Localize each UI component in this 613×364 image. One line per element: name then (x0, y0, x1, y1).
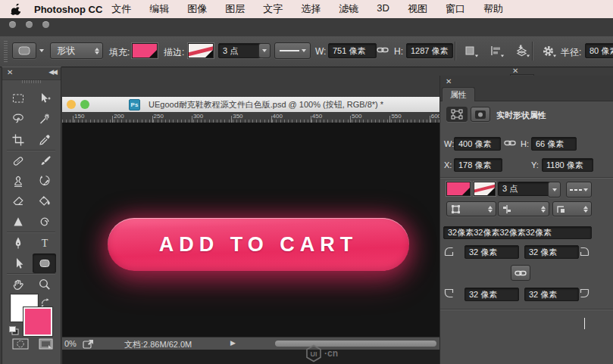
app-menu-photoshop[interactable]: Photoshop CC (34, 4, 102, 15)
eyedropper-tool[interactable] (33, 130, 56, 150)
properties-close-icon[interactable]: ✕ (446, 77, 452, 86)
horizontal-scrollbar[interactable] (275, 341, 436, 347)
menu-item-2[interactable]: 编辑 (140, 2, 178, 16)
tools-panel-close-icon[interactable]: ✕ (7, 68, 13, 76)
doc-minimize-button[interactable] (67, 100, 76, 109)
prop-stroke-type-dropdown[interactable] (566, 182, 592, 198)
stroke-color-swatch[interactable] (188, 43, 214, 58)
horizontal-ruler[interactable]: 150200250300350400450500550600 (62, 112, 439, 123)
menu-item-6[interactable]: 选择 (292, 2, 330, 16)
swatch-corner-icon (487, 188, 495, 195)
apple-menu-icon[interactable] (11, 4, 20, 15)
stroke-corners-dropdown[interactable] (552, 201, 592, 216)
radius-field[interactable]: 80 像素 (585, 43, 613, 58)
paint-bucket-tool[interactable] (33, 191, 56, 211)
background-color-swatch[interactable] (23, 307, 52, 336)
menu-item-3[interactable]: 图像 (178, 2, 216, 16)
stroke-align-dropdown[interactable] (446, 201, 496, 216)
smudge-tool[interactable] (33, 212, 56, 232)
path-operations-button[interactable] (460, 43, 480, 58)
ruler-number: 450 (312, 113, 322, 120)
tool-preset-button[interactable] (12, 42, 36, 59)
zoom-percent-field[interactable]: 0% (64, 339, 77, 348)
eraser-tool[interactable] (6, 191, 30, 211)
radius-summary-field[interactable]: 32像素32像素32像素32像素 (443, 226, 592, 239)
pen-tool[interactable] (6, 233, 30, 253)
prop-fill-swatch[interactable] (446, 182, 471, 196)
prop-y-field[interactable]: 1180 像素 (542, 158, 593, 172)
path-arrangement-button[interactable] (511, 43, 531, 58)
window-minimize-button[interactable] (26, 21, 33, 28)
stroke-width-field[interactable]: 3 点 (218, 43, 264, 58)
tools-panel-collapse-icon[interactable]: ◀◀ (48, 68, 56, 76)
lasso-tool[interactable] (6, 109, 30, 129)
settings-gear-icon[interactable] (538, 43, 558, 58)
prop-stroke-width-field[interactable]: 3 点 (498, 182, 552, 196)
window-close-button[interactable] (9, 21, 16, 28)
document-canvas[interactable]: ADD TO CART (62, 123, 439, 337)
prop-link-wh-icon[interactable] (504, 138, 516, 149)
options-bar-grip[interactable] (4, 41, 8, 62)
prop-x-field[interactable]: 178 像素 (454, 158, 502, 172)
shape-width-field[interactable]: 751 像素 (328, 43, 377, 58)
mask-properties-icon[interactable] (471, 107, 490, 122)
blur-tool[interactable] (6, 212, 30, 232)
tools-panel-grip[interactable] (22, 80, 42, 83)
spot-healing-brush-tool[interactable] (6, 151, 30, 171)
move-tool[interactable] (33, 89, 56, 108)
prop-width-field[interactable]: 400 像素 (454, 137, 501, 151)
share-export-icon[interactable] (83, 339, 94, 350)
path-selection-tool[interactable] (6, 254, 30, 273)
tab-properties[interactable]: 属性 (442, 87, 475, 101)
menu-item-5[interactable]: 文字 (254, 2, 292, 16)
zoom-tool[interactable] (33, 275, 56, 294)
live-shape-transform-icon[interactable] (446, 107, 468, 122)
menu-item-4[interactable]: 图层 (216, 2, 254, 16)
corner-br-field[interactable]: 32 像素 (524, 288, 579, 301)
quick-mask-mode-icon[interactable] (12, 338, 29, 353)
corner-tr-field[interactable]: 32 像素 (524, 245, 579, 259)
corner-bl-field[interactable]: 32 像素 (464, 288, 519, 301)
prop-x-label: X: (444, 160, 452, 170)
menu-item-1[interactable]: 文件 (102, 2, 140, 16)
menu-item-9[interactable]: 视图 (399, 2, 436, 16)
properties-panel: ✕ 属性 实时形状属性 W: 400 像素 H: 66 像素 X: 178 像素… (439, 76, 613, 364)
history-brush-tool[interactable] (33, 172, 56, 191)
prop-stroke-swatch[interactable] (474, 182, 496, 196)
menu-item-7[interactable]: 滤镜 (330, 2, 367, 16)
brush-tool[interactable] (33, 151, 56, 171)
rounded-rectangle-tool[interactable] (33, 254, 56, 273)
stroke-caps-dropdown[interactable] (498, 201, 549, 216)
rectangular-marquee-tool[interactable] (6, 89, 30, 108)
prop-stroke-width-arrow[interactable] (548, 182, 561, 198)
menu-item-8[interactable]: 3D (367, 2, 399, 16)
magic-wand-tool[interactable] (33, 109, 56, 129)
shape-height-field[interactable]: 1287 像素 (406, 43, 453, 58)
hand-tool[interactable] (6, 275, 30, 294)
clone-stamp-tool[interactable] (6, 172, 30, 191)
tool-preset-arrow-icon[interactable] (39, 49, 44, 52)
stroke-width-dropdown-arrow[interactable] (258, 43, 271, 58)
fill-color-swatch[interactable] (132, 43, 158, 58)
crop-tool[interactable] (6, 130, 30, 150)
window-zoom-button[interactable] (42, 21, 49, 28)
prop-height-field[interactable]: 66 像素 (531, 137, 577, 151)
stroke-type-dropdown[interactable] (274, 42, 311, 59)
default-colors-icon[interactable] (8, 325, 20, 339)
doc-size-info[interactable]: 文档:2.86M/62.0M (124, 339, 192, 350)
type-tool[interactable]: T (33, 233, 56, 253)
menu-item-11[interactable]: 帮助 (474, 2, 512, 16)
corner-tl-field[interactable]: 32 像素 (464, 245, 519, 259)
menu-item-10[interactable]: 窗口 (436, 2, 474, 16)
link-dimensions-icon[interactable] (377, 45, 389, 57)
path-alignment-button[interactable] (486, 43, 505, 58)
doc-zoom-button[interactable] (80, 100, 89, 109)
add-to-cart-shape[interactable]: ADD TO CART (108, 218, 409, 271)
link-corner-radii-button[interactable] (511, 265, 530, 281)
status-expand-arrow-icon[interactable]: ▶ (230, 339, 236, 347)
tool-mode-dropdown[interactable]: 形状 (50, 42, 103, 59)
dropdown-spinner-icon (541, 206, 546, 213)
document-titlebar[interactable]: Ps UEgood耐克鞋教程源文件白色版.psd @ 100% (按钮, RGB… (62, 97, 439, 113)
ruler-number: 550 (391, 113, 401, 120)
screen-mode-icon[interactable] (39, 338, 53, 353)
